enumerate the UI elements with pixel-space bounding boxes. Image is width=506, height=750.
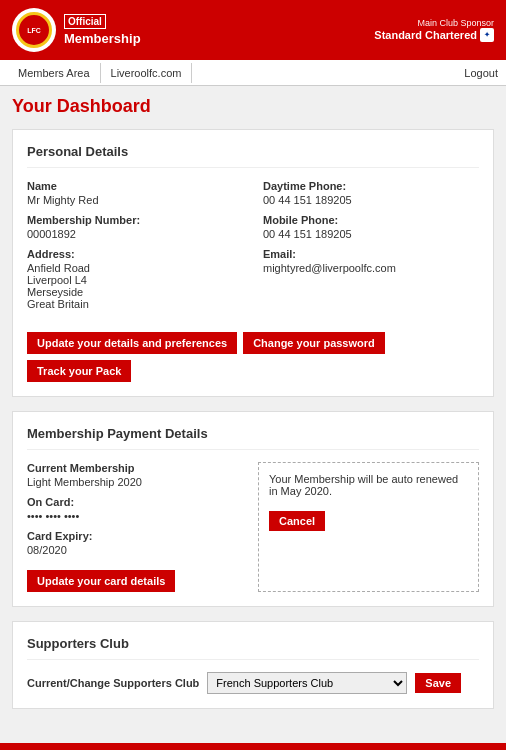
name-value: Mr Mighty Red xyxy=(27,194,243,206)
update-details-button[interactable]: Update your details and preferences xyxy=(27,332,237,354)
top-navbar: Members Area Liveroolfc.com Logout xyxy=(0,60,506,86)
membership-number-item: Membership Number: 00001892 xyxy=(27,214,243,240)
site-header: LFC Official Membership Main Club Sponso… xyxy=(0,0,506,60)
payment-section-title: Membership Payment Details xyxy=(27,426,479,450)
current-membership-value: Light Membership 2020 xyxy=(27,476,248,488)
address-line4: Great Britain xyxy=(27,298,243,310)
renewal-text: Your Membership will be auto renewed in … xyxy=(269,473,468,497)
payment-buttons: Update your card details xyxy=(27,570,248,592)
payment-grid: Current Membership Light Membership 2020… xyxy=(27,462,479,592)
site-footer: Privacy Policy| Terms & Conditions| Anti… xyxy=(0,743,506,750)
supporters-row: Current/Change Supporters Club French Su… xyxy=(27,672,479,694)
current-membership-item: Current Membership Light Membership 2020 xyxy=(27,462,248,488)
change-password-button[interactable]: Change your password xyxy=(243,332,385,354)
address-line2: Liverpool L4 xyxy=(27,274,243,286)
sponsor-block: Main Club Sponsor Standard Chartered ✦ xyxy=(374,18,494,42)
address-line3: Merseyside xyxy=(27,286,243,298)
sponsor-icon: ✦ xyxy=(480,28,494,42)
on-card-value: •••• •••• •••• xyxy=(27,510,248,522)
personal-left: Name Mr Mighty Red Membership Number: 00… xyxy=(27,180,243,318)
membership-payment-section: Membership Payment Details Current Membe… xyxy=(12,411,494,607)
update-card-button[interactable]: Update your card details xyxy=(27,570,175,592)
mobile-phone-item: Mobile Phone: 00 44 151 189205 xyxy=(263,214,479,240)
personal-details-grid: Name Mr Mighty Red Membership Number: 00… xyxy=(27,180,479,318)
email-item: Email: mightyred@liverpoolfc.com xyxy=(263,248,479,274)
logo-inner: LFC xyxy=(16,12,52,48)
cancel-button[interactable]: Cancel xyxy=(269,511,325,531)
on-card-label: On Card: xyxy=(27,496,248,508)
sponsor-main-label: Main Club Sponsor xyxy=(374,18,494,28)
supporters-label: Current/Change Supporters Club xyxy=(27,677,199,689)
card-expiry-label: Card Expiry: xyxy=(27,530,248,542)
mobile-phone-value: 00 44 151 189205 xyxy=(263,228,479,240)
personal-right: Daytime Phone: 00 44 151 189205 Mobile P… xyxy=(263,180,479,318)
membership-number-label: Membership Number: xyxy=(27,214,243,226)
main-content: Your Dashboard Personal Details Name Mr … xyxy=(0,86,506,743)
logo-group: LFC Official Membership xyxy=(12,8,141,52)
page-title: Your Dashboard xyxy=(12,96,494,117)
logo-text: Official Membership xyxy=(64,14,141,46)
official-label: Official xyxy=(64,14,106,29)
supporters-club-section: Supporters Club Current/Change Supporter… xyxy=(12,621,494,709)
daytime-phone-item: Daytime Phone: 00 44 151 189205 xyxy=(263,180,479,206)
payment-left: Current Membership Light Membership 2020… xyxy=(27,462,248,592)
daytime-phone-label: Daytime Phone: xyxy=(263,180,479,192)
mobile-phone-label: Mobile Phone: xyxy=(263,214,479,226)
personal-details-section: Personal Details Name Mr Mighty Red Memb… xyxy=(12,129,494,397)
save-button[interactable]: Save xyxy=(415,673,461,693)
supporters-select[interactable]: French Supporters Club American Supporte… xyxy=(207,672,407,694)
personal-buttons: Update your details and preferences Chan… xyxy=(27,332,479,382)
card-expiry-value: 08/2020 xyxy=(27,544,248,556)
address-item: Address: Anfield Road Liverpool L4 Merse… xyxy=(27,248,243,310)
sponsor-name: Standard Chartered ✦ xyxy=(374,28,494,42)
supporters-section-title: Supporters Club xyxy=(27,636,479,660)
address-line1: Anfield Road xyxy=(27,262,243,274)
liverpoolfc-tab[interactable]: Liveroolfc.com xyxy=(101,63,193,83)
address-label: Address: xyxy=(27,248,243,260)
name-item: Name Mr Mighty Red xyxy=(27,180,243,206)
renewal-box: Your Membership will be auto renewed in … xyxy=(258,462,479,592)
email-label: Email: xyxy=(263,248,479,260)
membership-number-value: 00001892 xyxy=(27,228,243,240)
membership-label: Membership xyxy=(64,31,141,46)
on-card-item: On Card: •••• •••• •••• xyxy=(27,496,248,522)
personal-section-title: Personal Details xyxy=(27,144,479,168)
current-membership-label: Current Membership xyxy=(27,462,248,474)
daytime-phone-value: 00 44 151 189205 xyxy=(263,194,479,206)
card-expiry-item: Card Expiry: 08/2020 xyxy=(27,530,248,556)
logo-circle: LFC xyxy=(12,8,56,52)
navbar-tabs: Members Area Liveroolfc.com xyxy=(8,63,192,83)
track-pack-button[interactable]: Track your Pack xyxy=(27,360,131,382)
logout-link[interactable]: Logout xyxy=(464,67,498,79)
members-area-tab[interactable]: Members Area xyxy=(8,63,101,83)
email-value: mightyred@liverpoolfc.com xyxy=(263,262,479,274)
name-label: Name xyxy=(27,180,243,192)
